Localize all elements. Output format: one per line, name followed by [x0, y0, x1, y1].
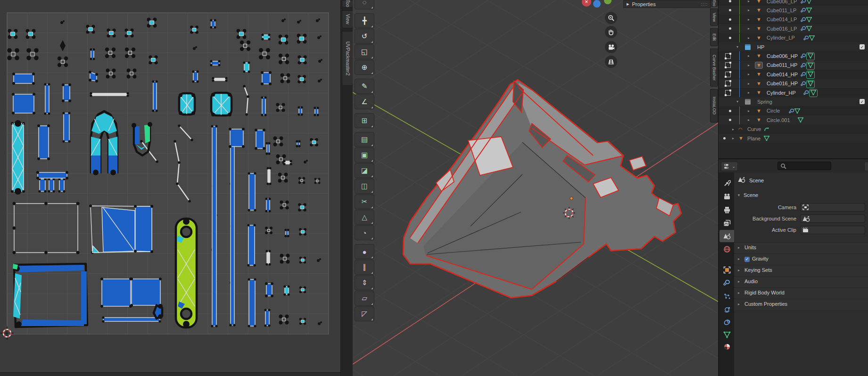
curve-data-icon[interactable]: [764, 127, 769, 133]
uv-editor[interactable]: [0, 0, 340, 376]
add-cube-tool-button[interactable]: ⊞: [355, 113, 374, 128]
axis-ball[interactable]: [593, 0, 601, 8]
tab-tool[interactable]: Tool: [342, 0, 353, 8]
modifier-wrench-icon[interactable]: [801, 0, 806, 5]
collection-checkbox[interactable]: ✓: [860, 44, 865, 49]
object-name[interactable]: Cube014_HP: [767, 72, 798, 77]
modifier-wrench-icon[interactable]: [801, 53, 806, 60]
visibility-dot-icon[interactable]: [729, 9, 731, 11]
object-name[interactable]: Circle: [767, 108, 780, 114]
outliner-row-cylinder_hp[interactable]: ▸▼Cylinder_HP: [719, 88, 868, 97]
ortho-gizmo[interactable]: [605, 56, 617, 68]
cursor-tool-button[interactable]: ◌: [355, 0, 374, 9]
mesh-data-icon[interactable]: [806, 0, 812, 5]
editor-type-button[interactable]: ⌄: [721, 162, 738, 171]
outliner-row-cylinder_lp[interactable]: ▸▼Cylinder_LP: [719, 33, 868, 42]
expand-arrow-icon[interactable]: ▸: [732, 127, 734, 131]
expand-arrow-icon[interactable]: ▾: [736, 45, 738, 49]
object-name[interactable]: Spring: [757, 99, 772, 105]
header-overflow-stub[interactable]: [864, 162, 868, 171]
object-name[interactable]: Plane: [747, 136, 761, 141]
loop-cut-tool-button[interactable]: ◫: [355, 179, 374, 194]
expand-arrow-icon[interactable]: ▸: [748, 17, 750, 22]
properties-tab-data[interactable]: [719, 328, 734, 341]
shear-tool-button[interactable]: ▱: [355, 291, 374, 306]
spin-tool-button[interactable]: ◔: [355, 225, 374, 240]
object-name[interactable]: HP: [757, 44, 764, 50]
expand-arrow-icon[interactable]: ▸: [748, 72, 750, 76]
modifier-wrench-icon[interactable]: [789, 108, 794, 115]
object-name[interactable]: Cube011_LP: [767, 8, 796, 13]
object-name[interactable]: Cube006_LP: [767, 0, 797, 4]
outliner-row-cube011_lp[interactable]: ▸▼Cube011_LP: [719, 6, 868, 15]
expand-arrow-icon[interactable]: ▸: [748, 8, 750, 12]
transform-tool-button[interactable]: ⊕: [355, 60, 374, 75]
modifier-wrench-icon[interactable]: [801, 72, 806, 78]
expand-arrow-icon[interactable]: ▸: [748, 26, 750, 31]
panel-gravity[interactable]: ▸ ✓Gravity: [734, 253, 868, 265]
outliner[interactable]: ▸▼Cube006_LP▸▼Cube011_LP▸▼Cube014_LP▸▼Cu…: [719, 0, 868, 158]
mesh-data-icon[interactable]: [764, 136, 769, 142]
object-name[interactable]: Cylinder_LP: [767, 35, 795, 41]
object-name[interactable]: Cube016_LP: [767, 26, 797, 32]
properties-tab-world[interactable]: [719, 243, 734, 255]
properties-tab-output[interactable]: [719, 204, 734, 216]
outliner-row-cube006_lp[interactable]: ▸▼Cube006_LP: [719, 0, 868, 6]
bevel-tool-button[interactable]: ◪: [355, 163, 374, 178]
drag-grip-icon[interactable]: ::::: [701, 2, 708, 7]
gravity-checkbox[interactable]: ✓: [744, 257, 750, 262]
outliner-row-cube006_hp[interactable]: ▸▼Cube006_HP: [719, 51, 868, 60]
modifier-wrench-icon[interactable]: [801, 17, 806, 24]
rotate-tool-button[interactable]: ↺: [355, 29, 374, 44]
modifier-wrench-icon[interactable]: [803, 35, 809, 42]
floating-properties-panel[interactable]: ▸ Properties ::::: [623, 0, 711, 8]
collection-checkbox[interactable]: ✓: [860, 99, 865, 104]
object-name[interactable]: Circle.001: [767, 117, 790, 123]
tab-uvpackmaster2[interactable]: UVPackmaster2: [342, 31, 353, 86]
modifier-wrench-icon[interactable]: [801, 81, 806, 88]
properties-tab-object[interactable]: [719, 264, 734, 276]
prop-field[interactable]: [800, 214, 865, 223]
expand-arrow-icon[interactable]: ▸: [748, 109, 750, 113]
edge-slide-tool-button[interactable]: ∥: [355, 260, 374, 275]
tab-tool[interactable]: Tool: [710, 0, 718, 7]
pan-gizmo[interactable]: [605, 26, 617, 38]
tab-view[interactable]: View: [710, 8, 718, 26]
properties-search-input[interactable]: [777, 162, 831, 170]
tab-view[interactable]: View: [342, 10, 353, 28]
smooth-tool-button[interactable]: ●: [355, 244, 374, 259]
visibility-dot-icon[interactable]: [729, 119, 731, 121]
zoom-gizmo[interactable]: [605, 12, 617, 24]
expand-arrow-icon[interactable]: ▸: [748, 36, 750, 40]
panel-custom-properties[interactable]: ▸ Custom Properties: [734, 299, 868, 310]
rip-region-tool-button[interactable]: ◸: [355, 306, 374, 321]
inset-tool-button[interactable]: ▣: [355, 147, 374, 163]
visibility-dot-icon[interactable]: [729, 18, 731, 21]
viewport-canvas[interactable]: [353, 0, 718, 376]
panel-audio[interactable]: ▸ Audio: [734, 276, 868, 287]
mesh-data-icon[interactable]: [806, 17, 812, 23]
modifier-wrench-icon[interactable]: [801, 63, 806, 69]
mesh-data-icon[interactable]: [806, 26, 812, 32]
mesh-data-icon[interactable]: [809, 89, 818, 97]
visibility-dot-icon[interactable]: [729, 110, 731, 112]
tab-curve-basher[interactable]: Curve Basher: [710, 49, 718, 87]
outliner-row-cube016_lp[interactable]: ▸▼Cube016_LP: [719, 24, 868, 33]
outliner-row-cube014_lp[interactable]: ▸▼Cube014_LP: [719, 15, 868, 24]
mesh-data-icon[interactable]: [798, 117, 803, 123]
modifier-wrench-icon[interactable]: [801, 26, 806, 33]
mesh-data-icon[interactable]: [806, 80, 815, 88]
expand-arrow-icon[interactable]: ▸: [732, 136, 734, 140]
visibility-dot-icon[interactable]: [729, 37, 731, 39]
expand-arrow-icon[interactable]: ▸: [748, 54, 750, 58]
visibility-dot-icon[interactable]: [729, 27, 731, 30]
mesh-data-icon[interactable]: [794, 108, 800, 114]
poly-build-tool-button[interactable]: △: [355, 210, 374, 225]
outliner-row-circle.001[interactable]: ▸▼Circle.001: [719, 115, 868, 124]
panel-keying-sets[interactable]: ▸ Keying Sets: [734, 265, 868, 276]
properties-tab-modifiers[interactable]: [719, 277, 734, 289]
prop-field[interactable]: [800, 203, 865, 212]
scene-panel-header[interactable]: ▼ Scene: [737, 192, 758, 198]
properties-tab-constraints[interactable]: [719, 316, 734, 328]
modifier-wrench-icon[interactable]: [801, 8, 806, 14]
